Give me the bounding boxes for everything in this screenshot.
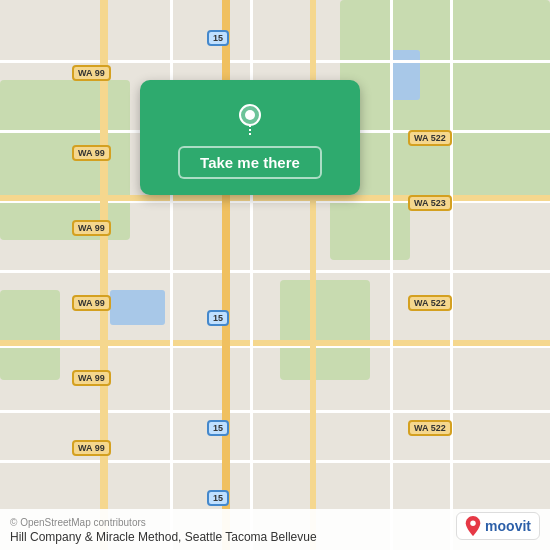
svg-point-2: [470, 521, 475, 526]
park-area-center: [280, 280, 370, 380]
route-badge-i15-2: 15: [207, 310, 229, 326]
road-wa99: [102, 0, 108, 550]
road: [450, 0, 453, 550]
svg-point-1: [245, 110, 255, 120]
road: [390, 0, 393, 550]
route-badge-wa99-5: WA 99: [72, 370, 111, 386]
road: [0, 410, 550, 413]
route-badge-wa99-1: WA 99: [72, 65, 111, 81]
moovit-badge: moovit: [456, 512, 540, 540]
route-badge-i15-1: 15: [207, 30, 229, 46]
route-badge-wa522-1: WA 522: [408, 130, 452, 146]
moovit-label: moovit: [485, 518, 531, 534]
water-area-2: [390, 50, 420, 100]
take-me-there-button[interactable]: Take me there: [178, 146, 322, 179]
route-badge-i15-4: 15: [207, 490, 229, 506]
route-badge-wa99-3: WA 99: [72, 220, 111, 236]
route-badge-wa523: WA 523: [408, 195, 452, 211]
road-wide: [0, 195, 550, 201]
route-badge-wa99-6: WA 99: [72, 440, 111, 456]
route-badge-wa99-2: WA 99: [72, 145, 111, 161]
park-area-sw: [0, 290, 60, 380]
road-wide: [0, 340, 550, 346]
moovit-pin-icon: [465, 516, 481, 536]
route-badge-wa99-4: WA 99: [72, 295, 111, 311]
park-area: [0, 80, 130, 240]
route-badge-i15-3: 15: [207, 420, 229, 436]
popup-card: Take me there: [140, 80, 360, 195]
route-badge-wa522-3: WA 522: [408, 420, 452, 436]
park-area-ne: [340, 0, 550, 200]
water-area: [110, 290, 165, 325]
route-badge-wa522-2: WA 522: [408, 295, 452, 311]
road: [0, 270, 550, 273]
road: [0, 60, 550, 63]
road: [0, 460, 550, 463]
location-pin-icon: [232, 100, 268, 136]
map-container: WA 99 WA 99 WA 99 WA 99 WA 99 WA 99 15 1…: [0, 0, 550, 550]
